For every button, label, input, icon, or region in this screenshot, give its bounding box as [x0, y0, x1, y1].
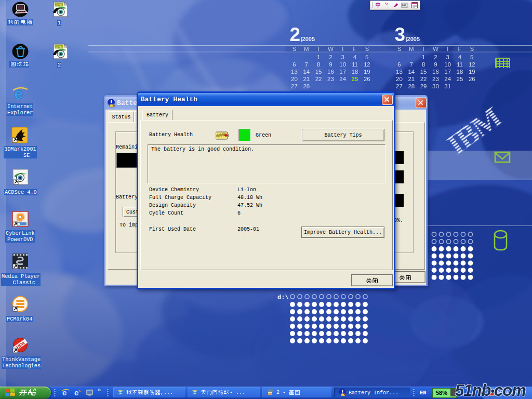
svg-text:d:\: d:\	[277, 294, 289, 301]
svg-text:JPG: JPG	[56, 45, 62, 49]
svg-text:e: e	[74, 388, 78, 396]
svg-text:JPG: JPG	[56, 3, 62, 7]
